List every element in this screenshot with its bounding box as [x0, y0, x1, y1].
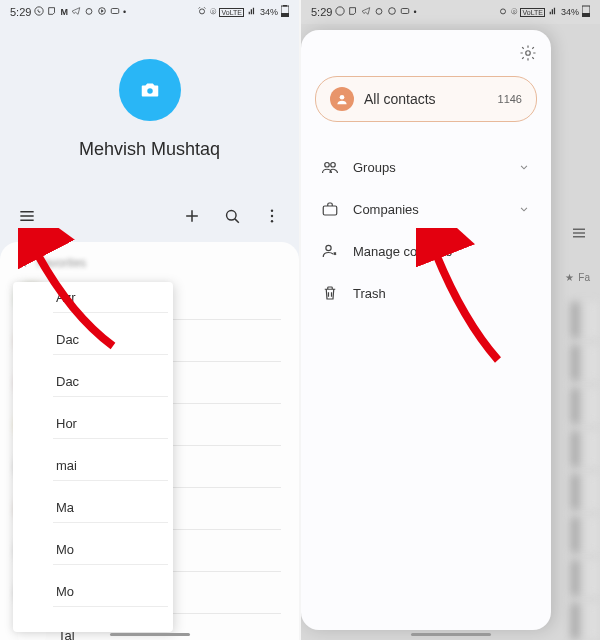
plus-icon [182, 206, 202, 226]
volte-icon: VoLTE [520, 8, 545, 17]
svg-point-22 [325, 163, 330, 168]
trash-label: Trash [353, 286, 531, 301]
popup-overlay [13, 282, 173, 632]
svg-point-11 [271, 215, 273, 217]
search-button[interactable] [221, 205, 243, 227]
profile-avatar[interactable] [119, 59, 181, 121]
favorites-label: Favorites [37, 256, 86, 270]
signal-icon [548, 6, 558, 18]
dot-icon: • [413, 7, 416, 17]
contact-name-visible: Mo [56, 584, 74, 599]
whatsapp-icon [335, 6, 345, 18]
svg-point-13 [336, 7, 344, 15]
svg-point-21 [340, 95, 345, 100]
person-circle-icon [330, 87, 354, 111]
gear-icon [519, 44, 537, 62]
phone-screenshot-left: 5:29 M • ⦾ [0, 0, 299, 640]
home-indicator[interactable] [411, 633, 491, 636]
camera-icon [139, 79, 161, 101]
profile-name: Mehvish Mushtaq [79, 139, 220, 160]
drawer-item-companies[interactable]: Companies [315, 188, 537, 230]
svg-rect-6 [281, 13, 289, 17]
contact-name-visible: Dac [56, 374, 79, 389]
svg-rect-7 [283, 5, 287, 7]
battery-icon [582, 5, 590, 19]
favorites-section-header: ★ Favorites [0, 252, 299, 278]
telegram-icon [71, 6, 81, 18]
bg-hamburger-icon [570, 224, 588, 246]
manage-contacts-icon [321, 242, 339, 260]
alarm-icon [374, 6, 384, 18]
add-contact-button[interactable] [181, 205, 203, 227]
svg-point-1 [86, 9, 92, 15]
toolbar [0, 194, 299, 238]
hamburger-icon [17, 206, 37, 226]
trash-icon [321, 284, 339, 302]
svg-rect-16 [402, 9, 410, 14]
battery-percent: 34% [561, 7, 579, 17]
chevron-down-icon [517, 202, 531, 216]
play-icon [97, 6, 107, 18]
svg-point-10 [271, 210, 273, 212]
status-clock: 5:29 [311, 6, 332, 18]
nfc-icon: ⦾ [210, 7, 216, 17]
volte-icon: VoLTE [219, 8, 244, 17]
play-icon [387, 6, 397, 18]
drawer-item-groups[interactable]: Groups [315, 146, 537, 188]
svg-point-9 [226, 210, 236, 220]
svg-point-12 [271, 220, 273, 222]
bg-favorites-label: Fa [578, 272, 590, 283]
battery-percent: 34% [260, 7, 278, 17]
svg-point-25 [326, 245, 331, 250]
messenger-icon [47, 6, 57, 18]
status-clock: 5:29 [10, 6, 31, 18]
search-icon [223, 207, 242, 226]
status-bar: 5:29 M • ⦾ [0, 0, 299, 24]
all-contacts-label: All contacts [364, 91, 488, 107]
m-icon: M [60, 7, 68, 17]
svg-point-17 [501, 9, 506, 14]
profile-header: Mehvish Mushtaq [0, 24, 299, 194]
all-contacts-count: 1146 [498, 93, 522, 105]
contact-name-visible: mai [56, 458, 77, 473]
hamburger-menu-button[interactable] [16, 205, 38, 227]
briefcase-icon [321, 200, 339, 218]
messenger-icon [348, 6, 358, 18]
drawer-item-manage-contacts[interactable]: Manage contacts [315, 230, 537, 272]
settings-button[interactable] [519, 44, 537, 66]
battery-icon [281, 5, 289, 19]
groups-icon [321, 158, 339, 176]
manage-contacts-label: Manage contacts [353, 244, 531, 259]
star-icon: ★ [18, 256, 29, 270]
navigation-drawer: All contacts 1146 Groups Companies Manag… [301, 30, 551, 630]
nfc-icon: ⦾ [511, 7, 517, 17]
alarm-status-icon [498, 6, 508, 18]
all-contacts-button[interactable]: All contacts 1146 [315, 76, 537, 122]
contact-name-visible: Ma [56, 500, 74, 515]
contact-name-visible: Mo [56, 542, 74, 557]
drawer-item-trash[interactable]: Trash [315, 272, 537, 314]
home-indicator[interactable] [110, 633, 190, 636]
status-bar: 5:29 • ⦾ VoLTE 34% [301, 0, 600, 24]
more-options-button[interactable] [261, 205, 283, 227]
phone-screenshot-right: 5:29 • ⦾ VoLTE 34% ★ Fa [301, 0, 600, 640]
chevron-down-icon [517, 160, 531, 174]
signal-icon [247, 6, 257, 18]
more-vertical-icon [263, 207, 281, 225]
groups-label: Groups [353, 160, 503, 175]
svg-point-0 [35, 7, 43, 15]
alarm-status-icon [197, 6, 207, 18]
alarm-icon [84, 6, 94, 18]
dot-icon: • [123, 7, 126, 17]
svg-point-20 [526, 51, 531, 56]
svg-rect-3 [111, 9, 119, 14]
contact-name-visible: Dac [56, 332, 79, 347]
star-icon: ★ [565, 272, 574, 283]
youtube-icon [400, 6, 410, 18]
svg-rect-24 [323, 206, 337, 215]
whatsapp-icon [34, 6, 44, 18]
svg-point-14 [377, 9, 383, 15]
svg-point-8 [147, 88, 153, 94]
contact-name-visible: Azr [56, 290, 76, 305]
companies-label: Companies [353, 202, 503, 217]
